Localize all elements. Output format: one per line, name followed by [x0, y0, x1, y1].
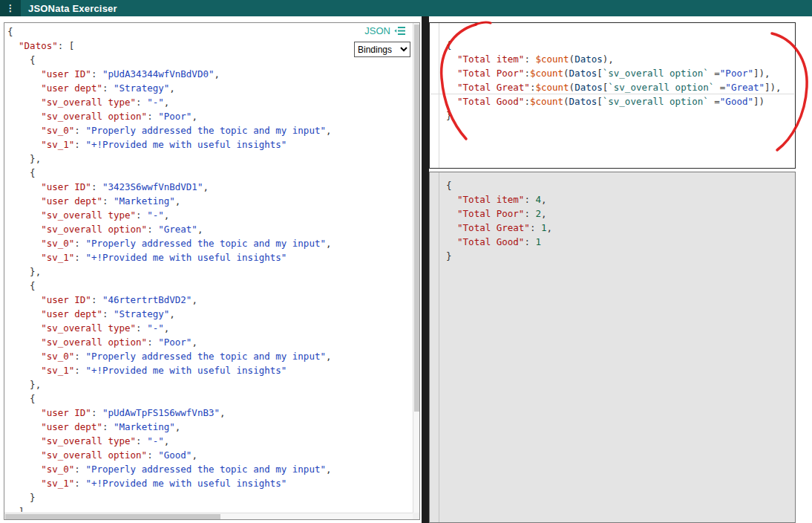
code-line: "sv_overall type": "-",	[7, 321, 412, 335]
code-line: "user dept": "Marketing",	[7, 194, 412, 208]
results-output: { "Total item": 4, "Total Poor": 2, "Tot…	[446, 178, 792, 521]
code-line: {	[7, 279, 412, 293]
code-line: {	[7, 53, 412, 67]
code-line: "Datos": [	[7, 39, 412, 53]
code-line: "Total Great": 1,	[446, 221, 792, 235]
code-line: "Total Great":$count(Datos[`sv_overall o…	[446, 80, 792, 94]
code-line: "user ID": "46rtertrtBdVD2",	[7, 293, 412, 307]
jsonata-expression-panel: { "Total item": $count(Datos), "Total Po…	[429, 22, 796, 169]
code-line: "Total Poor": 2,	[446, 207, 792, 221]
code-line: "user ID": "pUdAwTpFS1S6wwfVnB3",	[7, 406, 412, 420]
code-line: "sv_overall option": "Poor",	[7, 109, 412, 123]
code-line: "user dept": "Marketing",	[7, 420, 412, 434]
logo-glyph-icon: ⋮	[6, 3, 15, 13]
results-panel: { "Total item": 4, "Total Poor": 2, "Tot…	[429, 172, 796, 523]
code-line: "Total Poor":$count(Datos[`sv_overall op…	[446, 66, 792, 80]
code-line: {	[7, 392, 412, 406]
code-line: }	[7, 490, 412, 504]
bindings-select[interactable]: Bindings	[354, 42, 410, 57]
code-line: "sv_overall option": "Poor",	[7, 335, 412, 349]
jsonata-expression-editor[interactable]: { "Total item": $count(Datos), "Total Po…	[446, 38, 792, 166]
code-line: "sv_1": "+!Provided me with useful insig…	[7, 250, 412, 264]
code-line: {	[7, 166, 412, 180]
code-line: },	[7, 377, 412, 392]
app-title: JSONata Exerciser	[28, 3, 117, 14]
code-line: "sv_1": "+!Provided me with useful insig…	[7, 476, 412, 490]
code-line: }	[446, 108, 792, 123]
code-line: {	[446, 38, 792, 52]
code-line: "sv_0": "Properly addressed the topic an…	[7, 123, 412, 137]
code-line: "user dept": "Strategy",	[7, 307, 412, 321]
code-line: },	[7, 152, 412, 166]
code-line: "sv_0": "Properly addressed the topic an…	[7, 236, 412, 250]
code-line: "sv_1": "+!Provided me with useful insig…	[7, 137, 412, 152]
editor-gutter-line	[439, 23, 439, 168]
editor-gutter-line	[439, 172, 439, 522]
code-line: }	[446, 249, 792, 263]
json-input-panel: { "Datos": [ { "user ID": "pUdA34344wfVn…	[4, 22, 420, 520]
vertical-scrollbar-thumb[interactable]	[414, 25, 419, 412]
code-line: {	[446, 178, 792, 192]
code-line: "sv_1": "+!Provided me with useful insig…	[7, 363, 412, 377]
code-line: "Total Good":$count(Datos[`sv_overall op…	[446, 94, 792, 108]
code-line: },	[7, 264, 412, 279]
vertical-scrollbar[interactable]	[413, 23, 419, 513]
horizontal-scrollbar-thumb[interactable]	[5, 514, 220, 519]
code-line: "sv_overall option": "Great",	[7, 222, 412, 236]
pane-divider[interactable]	[422, 16, 429, 523]
horizontal-scrollbar[interactable]	[4, 513, 413, 519]
jsonata-exerciser-app: ⋮ JSONata Exerciser { "Datos": [ { "user…	[0, 0, 812, 523]
json-tab-label: JSON	[364, 25, 390, 36]
code-line: "user ID": "pUdA34344wfVnBdVD0",	[7, 67, 412, 81]
code-line: "user ID": "3423S6wwfVnBdVD1",	[7, 180, 412, 194]
json-input-editor[interactable]: { "Datos": [ { "user ID": "pUdA34344wfVn…	[7, 25, 412, 512]
code-line: ]	[7, 504, 412, 512]
app-logo: ⋮	[0, 0, 21, 16]
code-line: "sv_overall type": "-",	[7, 95, 412, 109]
code-line: "sv_overall type": "-",	[7, 208, 412, 222]
bindings-dropdown-wrap: Bindings	[354, 42, 410, 57]
code-line: "sv_overall type": "-",	[7, 434, 412, 448]
code-line: "Total item": $count(Datos),	[446, 52, 792, 66]
tab-json[interactable]: JSON	[363, 25, 407, 36]
code-line: "sv_0": "Properly addressed the topic an…	[7, 349, 412, 363]
code-line: "Total item": 4,	[446, 192, 792, 207]
code-line: "sv_0": "Properly addressed the topic an…	[7, 462, 412, 476]
code-line: {	[7, 25, 412, 39]
code-line: "sv_overall option": "Good",	[7, 448, 412, 462]
code-line: "Total Good": 1	[446, 235, 792, 249]
scrollbar-corner	[413, 513, 419, 519]
header-bar: ⋮ JSONata Exerciser	[0, 0, 812, 16]
tree-format-icon	[394, 26, 406, 36]
code-line: "user dept": "Strategy",	[7, 81, 412, 95]
